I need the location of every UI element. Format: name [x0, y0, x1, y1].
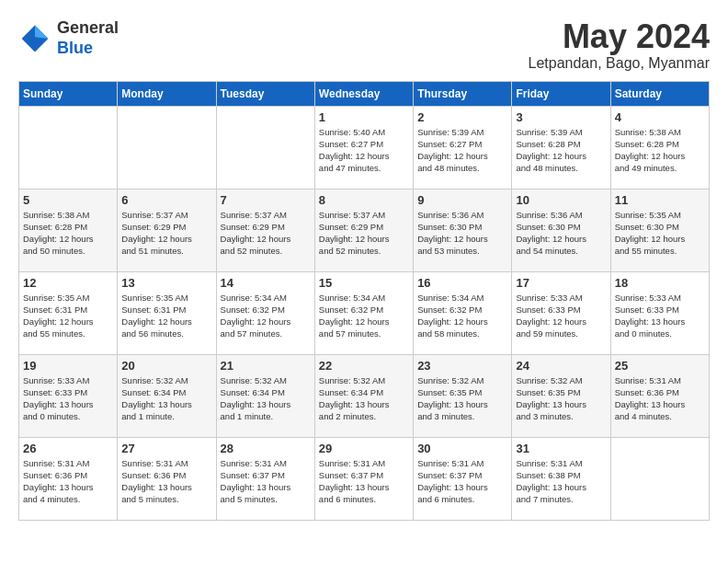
day-number: 31 [516, 442, 606, 455]
day-info: Sunrise: 5:32 AM Sunset: 6:34 PM Dayligh… [221, 374, 311, 423]
day-number: 23 [417, 359, 507, 373]
day-number: 16 [417, 276, 507, 290]
calendar-cell: 4Sunrise: 5:38 AM Sunset: 6:28 PM Daylig… [610, 106, 709, 189]
calendar-cell: 11Sunrise: 5:35 AM Sunset: 6:30 PM Dayli… [610, 189, 709, 271]
calendar-cell: 9Sunrise: 5:36 AM Sunset: 6:30 PM Daylig… [414, 189, 512, 271]
day-number: 5 [23, 193, 113, 207]
day-info: Sunrise: 5:37 AM Sunset: 6:29 PM Dayligh… [221, 209, 311, 258]
calendar-cell: 12Sunrise: 5:35 AM Sunset: 6:31 PM Dayli… [19, 271, 118, 354]
day-info: Sunrise: 5:32 AM Sunset: 6:35 PM Dayligh… [417, 374, 507, 423]
calendar-cell: 1Sunrise: 5:40 AM Sunset: 6:27 PM Daylig… [314, 106, 413, 189]
day-info: Sunrise: 5:38 AM Sunset: 6:28 PM Dayligh… [23, 209, 113, 258]
calendar-cell: 23Sunrise: 5:32 AM Sunset: 6:35 PM Dayli… [414, 354, 512, 437]
calendar-cell: 28Sunrise: 5:31 AM Sunset: 6:37 PM Dayli… [216, 437, 314, 520]
month-title: May 2024 [529, 18, 710, 55]
weekday-header-thursday: Thursday [414, 81, 512, 106]
day-number: 8 [319, 193, 409, 207]
day-number: 22 [319, 359, 409, 373]
day-number: 19 [23, 359, 113, 373]
logo: General Blue [18, 18, 119, 58]
weekday-header-monday: Monday [118, 81, 216, 106]
calendar-cell: 14Sunrise: 5:34 AM Sunset: 6:32 PM Dayli… [216, 271, 314, 354]
title-block: May 2024 Letpandan, Bago, Myanmar [529, 18, 710, 72]
day-number: 6 [121, 193, 211, 207]
week-row-5: 26Sunrise: 5:31 AM Sunset: 6:36 PM Dayli… [19, 437, 710, 520]
calendar-cell [610, 437, 709, 520]
logo-icon [18, 22, 51, 55]
day-info: Sunrise: 5:33 AM Sunset: 6:33 PM Dayligh… [615, 292, 705, 340]
calendar-cell: 6Sunrise: 5:37 AM Sunset: 6:29 PM Daylig… [118, 189, 216, 271]
day-number: 30 [417, 442, 507, 455]
day-info: Sunrise: 5:31 AM Sunset: 6:37 PM Dayligh… [221, 457, 311, 506]
day-info: Sunrise: 5:31 AM Sunset: 6:38 PM Dayligh… [516, 457, 606, 506]
calendar-cell: 5Sunrise: 5:38 AM Sunset: 6:28 PM Daylig… [19, 189, 118, 271]
day-number: 28 [221, 442, 311, 455]
calendar-cell: 16Sunrise: 5:34 AM Sunset: 6:32 PM Dayli… [414, 271, 512, 354]
day-number: 24 [516, 359, 606, 373]
day-info: Sunrise: 5:32 AM Sunset: 6:34 PM Dayligh… [319, 374, 409, 423]
week-row-3: 12Sunrise: 5:35 AM Sunset: 6:31 PM Dayli… [19, 271, 710, 354]
day-number: 25 [615, 359, 705, 373]
day-info: Sunrise: 5:31 AM Sunset: 6:37 PM Dayligh… [417, 457, 507, 506]
day-number: 2 [417, 110, 507, 124]
day-info: Sunrise: 5:31 AM Sunset: 6:36 PM Dayligh… [615, 374, 705, 423]
day-info: Sunrise: 5:40 AM Sunset: 6:27 PM Dayligh… [319, 126, 409, 175]
calendar-cell [118, 106, 216, 189]
calendar-cell: 3Sunrise: 5:39 AM Sunset: 6:28 PM Daylig… [512, 106, 610, 189]
calendar-cell: 27Sunrise: 5:31 AM Sunset: 6:36 PM Dayli… [118, 437, 216, 520]
day-number: 20 [121, 359, 211, 373]
calendar-cell: 20Sunrise: 5:32 AM Sunset: 6:34 PM Dayli… [118, 354, 216, 437]
day-info: Sunrise: 5:36 AM Sunset: 6:30 PM Dayligh… [516, 209, 606, 258]
day-info: Sunrise: 5:32 AM Sunset: 6:34 PM Dayligh… [121, 374, 211, 423]
day-info: Sunrise: 5:39 AM Sunset: 6:27 PM Dayligh… [417, 126, 507, 175]
day-number: 17 [516, 276, 606, 290]
weekday-header-sunday: Sunday [19, 81, 118, 106]
day-info: Sunrise: 5:37 AM Sunset: 6:29 PM Dayligh… [319, 209, 409, 258]
calendar-cell: 19Sunrise: 5:33 AM Sunset: 6:33 PM Dayli… [19, 354, 118, 437]
calendar-cell: 31Sunrise: 5:31 AM Sunset: 6:38 PM Dayli… [512, 437, 610, 520]
day-number: 21 [221, 359, 311, 373]
day-number: 13 [121, 276, 211, 290]
day-info: Sunrise: 5:37 AM Sunset: 6:29 PM Dayligh… [121, 209, 211, 258]
day-number: 3 [516, 110, 606, 124]
day-info: Sunrise: 5:35 AM Sunset: 6:30 PM Dayligh… [615, 209, 705, 258]
day-info: Sunrise: 5:34 AM Sunset: 6:32 PM Dayligh… [417, 292, 507, 340]
svg-marker-1 [35, 25, 48, 38]
day-info: Sunrise: 5:33 AM Sunset: 6:33 PM Dayligh… [516, 292, 606, 340]
weekday-header-wednesday: Wednesday [314, 81, 413, 106]
calendar-cell: 15Sunrise: 5:34 AM Sunset: 6:32 PM Dayli… [314, 271, 413, 354]
calendar-cell: 8Sunrise: 5:37 AM Sunset: 6:29 PM Daylig… [314, 189, 413, 271]
calendar-cell: 24Sunrise: 5:32 AM Sunset: 6:35 PM Dayli… [512, 354, 610, 437]
day-info: Sunrise: 5:36 AM Sunset: 6:30 PM Dayligh… [417, 209, 507, 258]
calendar-cell: 30Sunrise: 5:31 AM Sunset: 6:37 PM Dayli… [414, 437, 512, 520]
day-info: Sunrise: 5:35 AM Sunset: 6:31 PM Dayligh… [121, 292, 211, 340]
calendar-cell [19, 106, 118, 189]
calendar-cell: 17Sunrise: 5:33 AM Sunset: 6:33 PM Dayli… [512, 271, 610, 354]
calendar-cell: 2Sunrise: 5:39 AM Sunset: 6:27 PM Daylig… [414, 106, 512, 189]
day-number: 27 [121, 442, 211, 455]
day-info: Sunrise: 5:39 AM Sunset: 6:28 PM Dayligh… [516, 126, 606, 175]
week-row-1: 1Sunrise: 5:40 AM Sunset: 6:27 PM Daylig… [19, 106, 710, 189]
day-number: 4 [615, 110, 705, 124]
day-info: Sunrise: 5:38 AM Sunset: 6:28 PM Dayligh… [615, 126, 705, 175]
day-number: 7 [221, 193, 311, 207]
location: Letpandan, Bago, Myanmar [529, 55, 710, 72]
day-info: Sunrise: 5:31 AM Sunset: 6:36 PM Dayligh… [23, 457, 113, 506]
day-info: Sunrise: 5:31 AM Sunset: 6:36 PM Dayligh… [121, 457, 211, 506]
logo-blue: Blue [57, 39, 119, 59]
day-number: 18 [615, 276, 705, 290]
day-number: 1 [319, 110, 409, 124]
week-row-2: 5Sunrise: 5:38 AM Sunset: 6:28 PM Daylig… [19, 189, 710, 271]
day-number: 10 [516, 193, 606, 207]
calendar-cell: 21Sunrise: 5:32 AM Sunset: 6:34 PM Dayli… [216, 354, 314, 437]
day-info: Sunrise: 5:33 AM Sunset: 6:33 PM Dayligh… [23, 374, 113, 423]
day-number: 15 [319, 276, 409, 290]
logo-text: General Blue [57, 18, 119, 58]
calendar-cell: 22Sunrise: 5:32 AM Sunset: 6:34 PM Dayli… [314, 354, 413, 437]
calendar-cell: 26Sunrise: 5:31 AM Sunset: 6:36 PM Dayli… [19, 437, 118, 520]
weekday-header-row: SundayMondayTuesdayWednesdayThursdayFrid… [19, 81, 710, 106]
week-row-4: 19Sunrise: 5:33 AM Sunset: 6:33 PM Dayli… [19, 354, 710, 437]
calendar-cell: 29Sunrise: 5:31 AM Sunset: 6:37 PM Dayli… [314, 437, 413, 520]
day-info: Sunrise: 5:32 AM Sunset: 6:35 PM Dayligh… [516, 374, 606, 423]
weekday-header-saturday: Saturday [610, 81, 709, 106]
